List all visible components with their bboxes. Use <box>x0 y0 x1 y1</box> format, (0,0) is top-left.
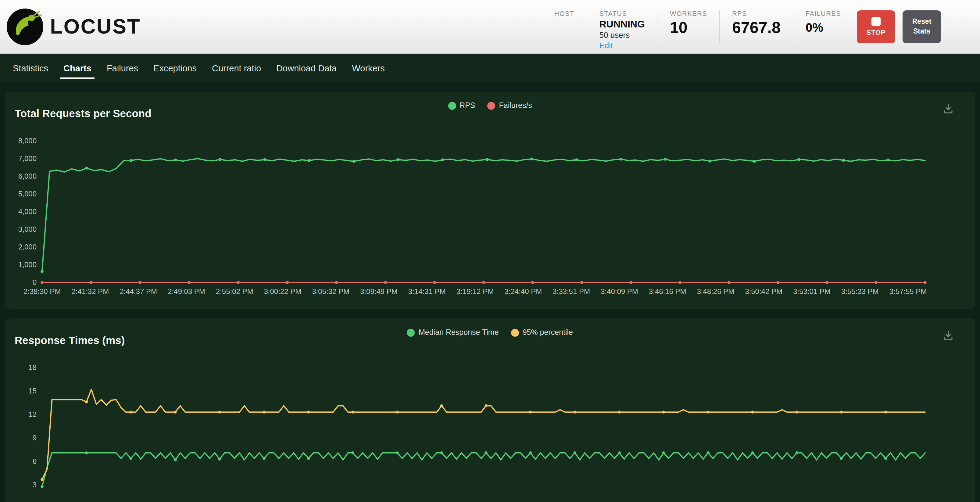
svg-text:15: 15 <box>29 387 37 395</box>
status-label: STATUS <box>600 10 645 17</box>
header-buttons: STOP Reset Stats <box>857 10 941 43</box>
response-times-chart-legend: Median Response Time 95% percentile <box>5 328 975 337</box>
reset-stats-label: Reset Stats <box>907 17 936 36</box>
svg-text:3:33:51 PM: 3:33:51 PM <box>552 287 590 295</box>
svg-text:2:38:30 PM: 2:38:30 PM <box>24 287 61 295</box>
rps-chart-plot: 01,0002,0003,0004,0005,0006,0007,0008,00… <box>5 128 975 306</box>
rps-legend-dot <box>448 102 456 110</box>
brand-name: LOCUST <box>50 14 141 38</box>
svg-text:3:24:40 PM: 3:24:40 PM <box>504 287 542 295</box>
svg-text:4,000: 4,000 <box>18 207 37 216</box>
reset-stats-button[interactable]: Reset Stats <box>902 10 941 43</box>
status-value: RUNNING <box>600 19 645 30</box>
header-stats: HOST STATUS RUNNING 50 users Edit WORKER… <box>554 0 841 53</box>
stat-failures: FAILURES 0% <box>806 0 841 53</box>
svg-text:3:14:31 PM: 3:14:31 PM <box>408 287 446 295</box>
svg-text:2:49:03 PM: 2:49:03 PM <box>168 287 205 295</box>
svg-text:2:55:02 PM: 2:55:02 PM <box>216 287 253 295</box>
status-users: 50 users <box>600 30 645 39</box>
stop-button-label: STOP <box>867 29 886 36</box>
locust-logo <box>6 8 44 45</box>
svg-text:3:48:26 PM: 3:48:26 PM <box>697 287 734 295</box>
rps-label: RPS <box>732 10 781 17</box>
download-chart-icon[interactable] <box>942 329 955 344</box>
svg-text:6: 6 <box>33 457 37 465</box>
tab-statistics[interactable]: Statistics <box>11 54 50 82</box>
svg-text:2:44:37 PM: 2:44:37 PM <box>119 287 157 295</box>
tab-current-ratio[interactable]: Current ratio <box>210 54 263 82</box>
svg-text:3:00:22 PM: 3:00:22 PM <box>264 287 301 295</box>
svg-text:12: 12 <box>29 410 37 418</box>
svg-text:3:55:33 PM: 3:55:33 PM <box>841 287 879 295</box>
legend-item-median[interactable]: Median Response Time <box>407 328 499 337</box>
main-nav: Statistics Charts Failures Exceptions Cu… <box>0 54 980 82</box>
tab-workers[interactable]: Workers <box>350 54 386 82</box>
tab-charts[interactable]: Charts <box>62 54 93 82</box>
locust-app: LOCUST HOST STATUS RUNNING 50 users Edit… <box>0 0 980 502</box>
svg-text:3:19:12 PM: 3:19:12 PM <box>457 287 494 295</box>
svg-text:6,000: 6,000 <box>18 172 37 180</box>
svg-text:7,000: 7,000 <box>18 154 37 163</box>
stat-workers: WORKERS 10 <box>670 0 707 53</box>
svg-text:2,000: 2,000 <box>18 243 37 251</box>
divider <box>587 10 587 44</box>
stat-status: STATUS RUNNING 50 users Edit <box>600 0 645 53</box>
svg-text:8,000: 8,000 <box>18 137 37 145</box>
tab-download-data[interactable]: Download Data <box>274 54 339 82</box>
svg-text:3:40:09 PM: 3:40:09 PM <box>601 287 638 295</box>
svg-text:3:05:32 PM: 3:05:32 PM <box>312 287 350 295</box>
charts-page: Total Requests per Second RPS Failures/s… <box>0 82 980 502</box>
svg-text:3:53:01 PM: 3:53:01 PM <box>793 287 830 295</box>
stop-button[interactable]: STOP <box>857 10 895 43</box>
download-chart-icon[interactable] <box>942 102 955 117</box>
divider <box>793 10 793 44</box>
failures-legend-dot <box>488 102 495 110</box>
svg-text:3:46:16 PM: 3:46:16 PM <box>649 287 686 295</box>
workers-label: WORKERS <box>670 10 707 17</box>
legend-item-failures[interactable]: Failures/s <box>488 101 532 110</box>
rps-chart-legend: RPS Failures/s <box>5 101 975 110</box>
response-times-chart-plot: 369121518 <box>5 357 975 502</box>
svg-text:18: 18 <box>29 363 37 371</box>
rps-chart-card: Total Requests per Second RPS Failures/s… <box>5 91 975 309</box>
svg-text:3:09:49 PM: 3:09:49 PM <box>360 287 398 295</box>
legend-item-95th-percentile[interactable]: 95% percentile <box>511 328 573 337</box>
tab-exceptions[interactable]: Exceptions <box>151 54 199 82</box>
failures-value: 0% <box>806 20 841 35</box>
svg-text:9: 9 <box>33 434 37 442</box>
stop-icon <box>872 17 881 26</box>
svg-text:5,000: 5,000 <box>18 190 37 198</box>
svg-text:0: 0 <box>33 278 37 286</box>
percentile-legend-dot <box>511 328 519 336</box>
tab-failures[interactable]: Failures <box>105 54 140 82</box>
failures-label: FAILURES <box>806 10 841 17</box>
response-times-chart-card: Response Times (ms) Median Response Time… <box>5 319 975 502</box>
host-label: HOST <box>554 10 574 17</box>
legend-item-rps[interactable]: RPS <box>448 101 475 110</box>
edit-users-link[interactable]: Edit <box>600 41 645 50</box>
app-header: LOCUST HOST STATUS RUNNING 50 users Edit… <box>0 0 980 54</box>
svg-text:3:50:42 PM: 3:50:42 PM <box>745 287 783 295</box>
stat-host: HOST <box>554 0 574 53</box>
divider <box>719 10 720 44</box>
svg-text:2:41:32 PM: 2:41:32 PM <box>72 287 109 295</box>
svg-text:3:57:55 PM: 3:57:55 PM <box>889 287 927 295</box>
svg-text:3: 3 <box>33 481 37 489</box>
workers-value: 10 <box>670 19 707 36</box>
median-legend-dot <box>407 328 415 336</box>
rps-value: 6767.8 <box>732 19 781 36</box>
stat-rps: RPS 6767.8 <box>732 0 781 53</box>
svg-text:1,000: 1,000 <box>18 260 37 269</box>
brand: LOCUST <box>0 8 141 45</box>
divider <box>657 10 658 44</box>
svg-text:3,000: 3,000 <box>18 225 37 233</box>
